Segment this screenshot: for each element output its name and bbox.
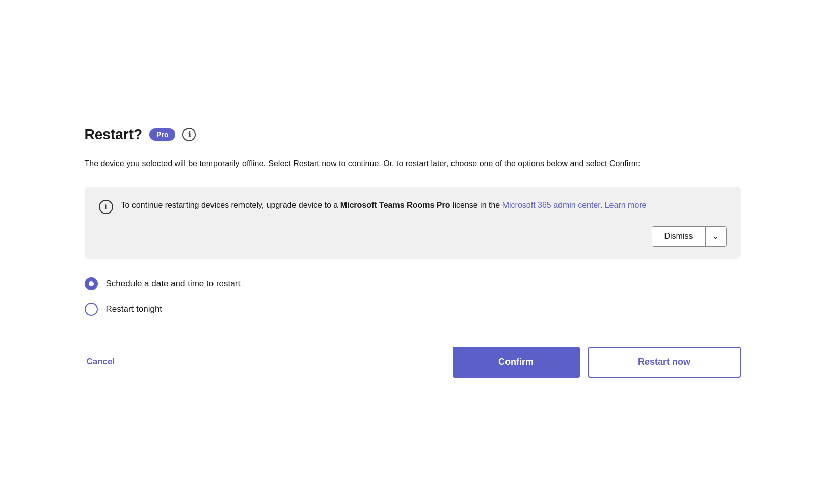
cancel-button[interactable]: Cancel	[85, 353, 117, 371]
dialog-header: Restart? Pro ℹ	[85, 126, 741, 143]
chevron-down-icon: ⌄	[713, 232, 719, 241]
dialog-title: Restart?	[85, 126, 143, 143]
restart-now-button[interactable]: Restart now	[588, 347, 741, 378]
banner-text-part2: license in the	[450, 201, 502, 209]
banner-text-bold: Microsoft Teams Rooms Pro	[340, 201, 450, 209]
info-banner: i To continue restarting devices remotel…	[85, 187, 741, 259]
pro-badge: Pro	[149, 128, 175, 141]
learn-more-link[interactable]: Learn more	[605, 201, 647, 209]
dialog-footer: Cancel Confirm Restart now	[85, 347, 741, 378]
radio-group: Schedule a date and time to restart Rest…	[85, 277, 741, 316]
footer-right-buttons: Confirm Restart now	[453, 347, 741, 378]
radio-schedule-indicator	[85, 277, 98, 290]
radio-tonight-label: Restart tonight	[106, 304, 163, 314]
dismiss-button-wrapper: Dismiss ⌄	[652, 226, 727, 247]
dismiss-chevron-button[interactable]: ⌄	[705, 227, 726, 246]
banner-text-part3: .	[600, 201, 605, 209]
banner-text-part1: To continue restarting devices remotely,…	[121, 201, 340, 209]
radio-schedule-inner	[89, 281, 94, 286]
info-icon[interactable]: ℹ	[182, 128, 196, 141]
radio-option-tonight[interactable]: Restart tonight	[85, 303, 741, 316]
banner-text: To continue restarting devices remotely,…	[121, 199, 727, 212]
confirm-button[interactable]: Confirm	[453, 347, 580, 378]
admin-center-link[interactable]: Microsoft 365 admin center	[502, 201, 600, 209]
radio-tonight-indicator	[85, 303, 98, 316]
radio-option-schedule[interactable]: Schedule a date and time to restart	[85, 277, 741, 290]
description-text: The device you selected will be temporar…	[85, 157, 722, 170]
banner-info-icon: i	[99, 200, 113, 214]
restart-dialog: Restart? Pro ℹ The device you selected w…	[56, 102, 769, 402]
radio-schedule-label: Schedule a date and time to restart	[106, 279, 241, 289]
dismiss-button[interactable]: Dismiss	[652, 227, 705, 246]
banner-bottom-row: Dismiss ⌄	[121, 218, 727, 247]
